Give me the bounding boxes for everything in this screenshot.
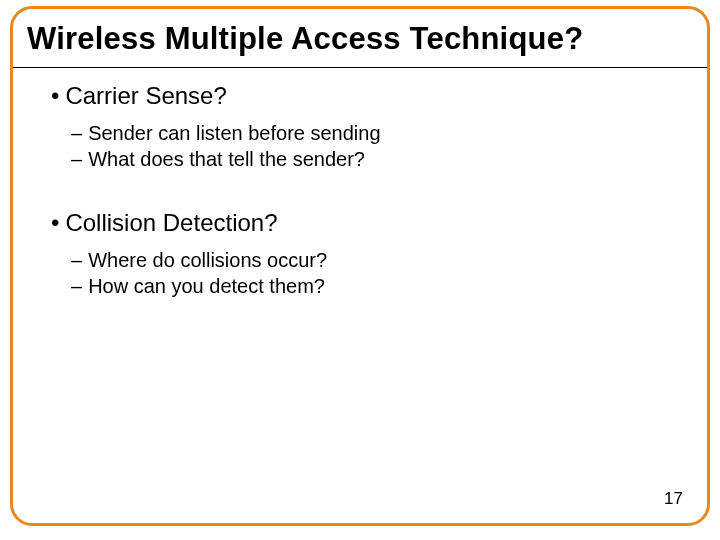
title-underline bbox=[13, 67, 707, 68]
bullet-item: •Carrier Sense? bbox=[51, 81, 687, 111]
dash-marker-icon: – bbox=[71, 275, 82, 297]
bullet-marker-icon: • bbox=[51, 82, 59, 109]
sub-bullet-text: How can you detect them? bbox=[88, 275, 325, 297]
sub-bullet-text: What does that tell the sender? bbox=[88, 148, 365, 170]
sub-bullet-text: Sender can listen before sending bbox=[88, 122, 380, 144]
sub-bullet-text: Where do collisions occur? bbox=[88, 249, 327, 271]
page-number: 17 bbox=[664, 489, 683, 509]
sub-bullet-item: –Sender can listen before sending bbox=[71, 121, 687, 147]
title-wrap: Wireless Multiple Access Technique? bbox=[13, 9, 707, 63]
sub-bullet-item: –How can you detect them? bbox=[71, 274, 687, 300]
slide-title: Wireless Multiple Access Technique? bbox=[27, 21, 697, 57]
sub-bullet-item: –Where do collisions occur? bbox=[71, 248, 687, 274]
bullet-item: •Collision Detection? bbox=[51, 208, 687, 238]
content-area: •Carrier Sense? –Sender can listen befor… bbox=[13, 63, 707, 299]
slide-frame: Wireless Multiple Access Technique? •Car… bbox=[10, 6, 710, 526]
dash-marker-icon: – bbox=[71, 148, 82, 170]
bullet-text: Collision Detection? bbox=[65, 209, 277, 236]
sub-bullet-group: –Sender can listen before sending –What … bbox=[71, 121, 687, 172]
bullet-marker-icon: • bbox=[51, 209, 59, 236]
sub-bullet-group: –Where do collisions occur? –How can you… bbox=[71, 248, 687, 299]
dash-marker-icon: – bbox=[71, 249, 82, 271]
dash-marker-icon: – bbox=[71, 122, 82, 144]
bullet-text: Carrier Sense? bbox=[65, 82, 226, 109]
sub-bullet-item: –What does that tell the sender? bbox=[71, 147, 687, 173]
